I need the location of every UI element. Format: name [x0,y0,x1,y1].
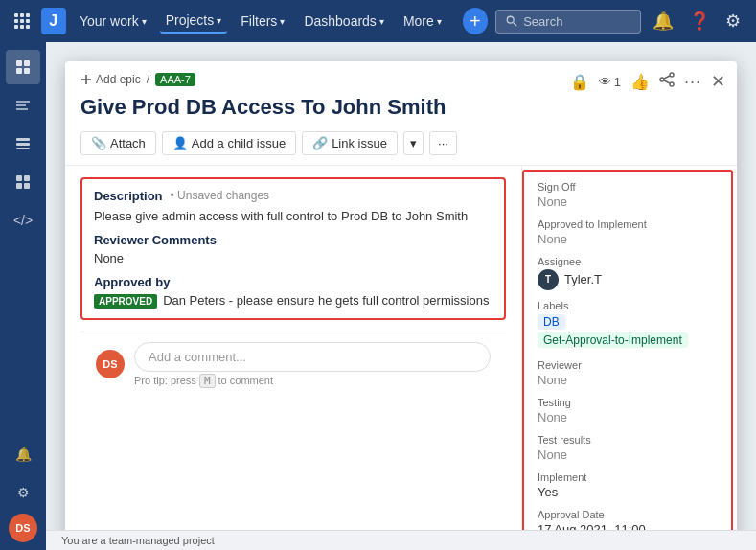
implement-field: Implement Yes [538,471,718,499]
svg-rect-1 [20,13,24,17]
svg-rect-6 [14,25,18,29]
svg-rect-18 [16,138,30,141]
left-pane: Description • Unsaved changes Please giv… [65,166,522,550]
comment-input[interactable]: Add a comment... [134,342,491,372]
svg-point-25 [670,73,674,77]
assignee-field: Assignee T Tyler.T [538,256,718,290]
approved-text: Dan Peters - please ensure he gets full … [163,293,489,308]
svg-rect-23 [16,183,22,189]
reviewer-comments-value: None [94,251,493,265]
label-db[interactable]: DB [538,314,565,330]
commenter-avatar: DS [96,350,125,378]
assignee-avatar: T [538,269,559,290]
dashboards-nav[interactable]: Dashboards ▾ [298,10,390,33]
svg-rect-3 [14,19,18,23]
svg-line-29 [664,80,670,83]
issue-panel: 🔒 👁 1 👍 ··· ✕ [65,61,737,550]
user-avatar-sidebar[interactable]: DS [9,514,37,542]
description-label: Description [94,189,163,203]
help-icon[interactable]: ❓ [685,7,714,35]
settings-icon[interactable]: ⚙ [722,7,745,35]
thumbsup-icon[interactable]: 👍 [630,73,650,91]
svg-rect-0 [14,13,18,17]
reviewer-comments-label: Reviewer Comments [94,233,493,247]
right-pane: Sign Off None Approved to Implement None… [522,170,733,550]
sidebar-icon-settings[interactable]: ⚙ [6,475,40,510]
link-issue-button[interactable]: 🔗 Link issue [302,131,398,155]
description-box: Description • Unsaved changes Please giv… [80,177,506,320]
svg-point-26 [660,78,664,81]
your-work-nav[interactable]: Your work ▾ [74,10,152,33]
share-icon[interactable] [659,72,675,91]
action-more-button[interactable]: ··· [429,131,457,155]
svg-rect-21 [16,175,22,181]
sidebar-icon-board[interactable] [6,88,40,123]
dashboards-chevron: ▾ [379,16,384,27]
svg-rect-19 [16,143,30,146]
svg-rect-4 [20,19,24,23]
svg-rect-7 [20,25,24,29]
projects-nav[interactable]: Projects ▾ [160,9,228,34]
issue-badge: AAA-7 [155,73,195,86]
add-child-button[interactable]: 👤 Add a child issue [162,131,296,155]
breadcrumb-issue[interactable]: AAA-7 [155,73,195,86]
svg-point-27 [670,82,674,86]
add-epic-link[interactable]: Add epic [80,73,141,86]
test-results-field: Test results None [538,434,718,462]
comment-area: DS Add a comment... Pro tip: press M to … [80,332,506,397]
bottom-tip: You are a team-managed project [46,530,756,550]
more-nav[interactable]: More ▾ [398,10,447,33]
close-icon[interactable]: ✕ [711,71,725,92]
search-box[interactable] [495,10,641,34]
svg-rect-24 [24,183,30,189]
sidebar-icon-notification[interactable]: 🔔 [6,437,40,471]
svg-rect-8 [26,25,30,29]
more-chevron: ▾ [437,16,442,27]
approved-to-implement-field: Approved to Implement None [538,218,718,246]
attach-icon: 📎 [91,136,106,150]
issue-title: Give Prod DB Access To John Smith [80,94,722,122]
svg-rect-20 [16,148,30,149]
svg-rect-2 [26,13,30,17]
assignee-name[interactable]: Tyler.T [564,272,602,286]
unsaved-tag: • Unsaved changes [171,189,270,202]
sidebar-icon-backlog[interactable] [6,126,40,161]
sign-off-field: Sign Off None [538,181,718,209]
lock-icon[interactable]: 🔒 [570,73,589,91]
sidebar-icon-grid[interactable] [6,165,40,199]
search-input[interactable] [523,14,630,29]
grid-icon[interactable] [11,10,34,33]
your-work-chevron: ▾ [142,16,147,27]
svg-point-9 [507,16,514,23]
svg-rect-11 [16,60,22,66]
svg-line-10 [514,23,516,26]
sidebar-icon-home[interactable] [6,50,40,84]
svg-rect-5 [26,19,30,23]
create-button[interactable]: + [463,8,488,34]
eye-icon: 👁 [599,75,611,89]
filters-nav[interactable]: Filters ▾ [235,10,290,33]
child-icon: 👤 [172,136,188,150]
label-approval[interactable]: Get-Approval-to-Implement [538,332,688,348]
notifications-icon[interactable]: 🔔 [649,7,677,35]
approved-badge: APPROVED [94,294,157,309]
hotkey-m: M [199,374,216,388]
projects-chevron: ▾ [217,15,221,26]
filters-chevron: ▾ [280,16,285,27]
svg-rect-22 [24,175,30,181]
sidebar-icon-code[interactable]: </> [6,203,40,238]
testing-field: Testing None [538,397,718,424]
jira-logo[interactable]: J [41,8,66,34]
svg-rect-14 [24,68,30,74]
more-icon[interactable]: ··· [684,72,701,92]
watch-count[interactable]: 👁 1 [599,75,621,89]
reviewer-field: Reviewer None [538,359,718,387]
svg-line-28 [664,76,670,79]
labels-field: Labels DB Get-Approval-to-Implement [538,300,718,350]
svg-rect-13 [16,68,22,74]
pro-tip: Pro tip: press M to comment [134,375,491,387]
link-icon: 🔗 [312,136,328,150]
description-text[interactable]: Please give admin access with full contr… [94,209,493,223]
attach-button[interactable]: 📎 Attach [80,131,156,155]
dropdown-button[interactable]: ▾ [403,131,424,155]
